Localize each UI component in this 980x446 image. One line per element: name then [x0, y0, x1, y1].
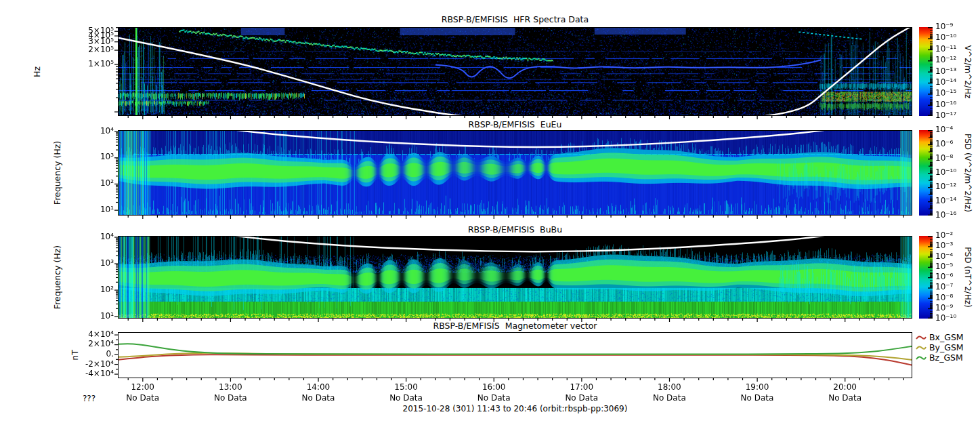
- hfr-title: RBSP-B/EMFISIS HFR Spectra Data: [118, 14, 912, 24]
- y-tick-label: -4×10⁴: [85, 369, 114, 378]
- no-data-label: No Data: [295, 394, 342, 403]
- colorbar-tick-label: 10⁻¹⁰: [935, 168, 956, 177]
- colorbar-tick-label: 10⁻⁸: [935, 154, 953, 163]
- no-data-label: No Data: [733, 394, 781, 403]
- colorbar-tick-label: 10⁻⁹: [935, 304, 953, 312]
- legend-item-by: By_GSM: [916, 342, 964, 352]
- legend-label-by: By_GSM: [929, 342, 964, 352]
- time-tick-label: 14:00: [295, 383, 342, 392]
- legend-label-bz: Bz_GSM: [929, 352, 963, 363]
- colorbar-tick-label: 10⁻¹¹: [935, 45, 956, 54]
- no-data-label: No Data: [119, 394, 167, 403]
- time-tick-label: 16:00: [470, 383, 517, 392]
- y-tick-label: 4×10⁴: [88, 330, 114, 339]
- y-tick-label: 0.: [106, 350, 114, 359]
- colorbar-tick-label: 10⁻¹⁶: [935, 100, 956, 109]
- y-tick-label: 10³: [100, 153, 114, 161]
- no-data-label: No Data: [558, 394, 605, 403]
- colorbar-tick-label: 10⁻⁶: [935, 272, 953, 281]
- bubu-spectrogram-canvas[interactable]: [112, 236, 913, 323]
- footer-caption: 2015-10-28 (301) 11:43 to 20:46 (orbit:r…: [118, 404, 912, 413]
- colorbar-tick-label: 10⁻¹⁴: [935, 78, 956, 87]
- y-tick-label: 2×10⁵: [88, 45, 114, 54]
- eueu-ylabel: Frequency (Hz): [52, 141, 62, 205]
- colorbar-tick-label: 10⁻⁷: [935, 283, 953, 291]
- colorbar-tick-label: 10⁻¹⁷: [935, 111, 956, 120]
- legend-swatch-by-icon: [916, 344, 926, 351]
- colorbar-tick-label: 10⁻¹⁵: [935, 89, 956, 98]
- colorbar-tick-label: 10⁻¹⁰: [935, 33, 956, 42]
- mag-line-plot-canvas[interactable]: [112, 332, 913, 383]
- colorbar-tick-label: 10⁻¹²: [935, 56, 956, 64]
- colorbar-tick-label: 10⁻¹²: [935, 182, 956, 191]
- time-tick-label: 12:00: [119, 383, 167, 392]
- colorbar-tick-label: 10⁻¹⁶: [935, 211, 956, 220]
- time-tick-label: 20:00: [822, 383, 869, 392]
- figure: RBSP-B/EMFISIS HFR Spectra Data RBSP-B/E…: [0, 0, 980, 446]
- colorbar-tick-label: 10⁻¹⁰: [935, 314, 956, 323]
- bubu-title: RBSP-B/EMFISIS BuBu: [118, 224, 912, 235]
- bubu-ylabel: Frequency (Hz): [52, 245, 62, 309]
- time-tick-label: 18:00: [645, 383, 693, 392]
- y-tick-label: 10³: [100, 259, 114, 268]
- legend-item-bx: Bx_GSM: [916, 332, 964, 342]
- colorbar-tick-label: 10⁻⁴: [935, 125, 953, 134]
- colorbar-tick-label: 10⁻³: [935, 241, 953, 250]
- y-tick-label: 1×10⁵: [88, 60, 114, 68]
- legend-label-bx: Bx_GSM: [929, 332, 964, 342]
- legend-item-bz: Bz_GSM: [916, 352, 963, 363]
- y-tick-label: 10¹: [100, 312, 114, 321]
- no-data-label: No Data: [822, 394, 869, 403]
- legend-swatch-bz-icon: [916, 354, 926, 361]
- mag-ylabel: nT: [70, 350, 80, 361]
- y-tick-label: -2×10⁴: [85, 360, 114, 369]
- no-data-label: No Data: [645, 394, 693, 403]
- hfr-ylabel: Hz: [32, 66, 42, 77]
- y-tick-label: 10²: [100, 285, 114, 294]
- time-tick-label: 17:00: [558, 383, 605, 392]
- no-data-label: No Data: [207, 394, 254, 403]
- colorbar-tick-label: 10⁻⁹: [935, 22, 953, 31]
- legend-swatch-bx-icon: [916, 334, 926, 341]
- colorbar-tick-label: 10⁻²: [935, 231, 953, 240]
- y-tick-label: 10²: [100, 179, 114, 188]
- colorbar-tick-label: 10⁻¹³: [935, 67, 956, 76]
- colorbar-tick-label: 10⁻⁶: [935, 140, 953, 148]
- no-data-label: No Data: [383, 394, 430, 403]
- eueu-colorbar-unit: PSD (V^2/m^2/Hz): [963, 134, 973, 212]
- eueu-spectrogram-canvas[interactable]: [112, 130, 913, 220]
- y-tick-label: 10⁴: [100, 232, 114, 241]
- colorbar-tick-label: 10⁻⁵: [935, 262, 953, 271]
- colorbar-tick-label: 10⁻⁴: [935, 252, 953, 261]
- time-tick-label: 15:00: [383, 383, 430, 392]
- colorbar-tick-label: 10⁻⁸: [935, 293, 953, 302]
- hfr-spectrogram-canvas[interactable]: [112, 27, 913, 121]
- no-data-label: No Data: [470, 394, 517, 403]
- colorbar-tick-label: 10⁻¹⁴: [935, 197, 956, 205]
- hfr-colorbar-unit: V^2/m^2/Hz: [963, 45, 973, 99]
- time-tick-label: 13:00: [207, 383, 254, 392]
- time-tick-label: 19:00: [733, 383, 781, 392]
- y-tick-label: 10¹: [100, 205, 114, 214]
- unknown-orbit-label: ???: [83, 394, 110, 403]
- y-tick-label: 2×10⁴: [88, 340, 114, 348]
- y-tick-label: 10⁴: [100, 127, 114, 136]
- bubu-colorbar-unit: PSD (nT^2/Hz): [963, 247, 973, 307]
- eueu-title: RBSP-B/EMFISIS EuEu: [118, 119, 912, 129]
